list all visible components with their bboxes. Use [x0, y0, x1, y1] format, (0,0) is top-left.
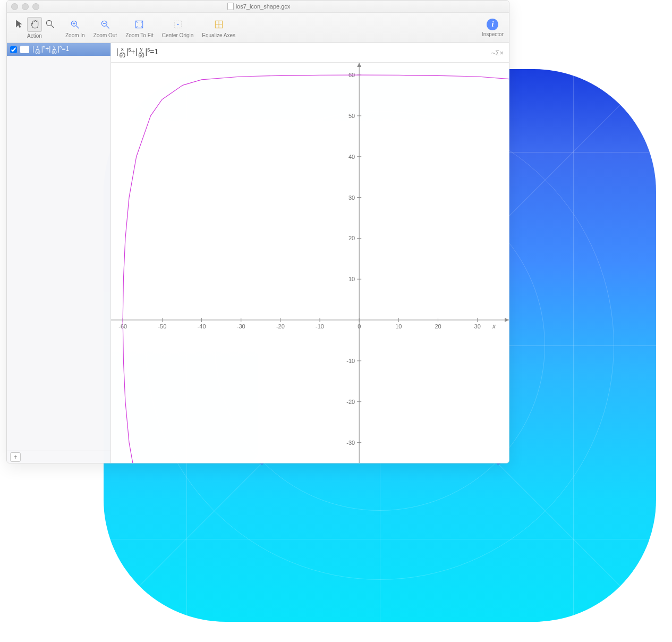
svg-text:-20: -20 [276, 323, 285, 330]
titlebar[interactable]: ios7_icon_shape.gcx [7, 1, 509, 13]
svg-line-10 [106, 26, 109, 28]
equalize-axes-button[interactable]: Equalize Axes [200, 18, 237, 38]
svg-text:-40: -40 [198, 323, 206, 330]
svg-text:x: x [492, 322, 496, 330]
svg-text:20: 20 [435, 323, 441, 330]
svg-text:0: 0 [358, 323, 361, 330]
svg-text:10: 10 [348, 276, 355, 282]
svg-line-4 [52, 25, 54, 28]
formula-text: |x60|5+|y60|5=1 [116, 47, 158, 58]
zoom-out-icon [98, 18, 112, 31]
zoom-in-icon [68, 18, 82, 31]
sigma-icon[interactable]: ~Σ× [491, 49, 504, 57]
action-label: Action [27, 33, 42, 39]
svg-point-14 [177, 23, 178, 25]
equation-formula: |x60|5+|y60|5=1 [32, 45, 69, 54]
center-origin-button[interactable]: Center Origin [160, 18, 195, 38]
hand-icon[interactable] [27, 17, 42, 32]
svg-text:30: 30 [348, 195, 355, 201]
equation-color-swatch[interactable] [20, 46, 29, 53]
svg-text:-10: -10 [316, 323, 324, 330]
formula-bar[interactable]: |x60|5+|y60|5=1 ~Σ× [111, 43, 509, 63]
equalize-axes-icon [212, 18, 226, 31]
add-equation-button[interactable]: + [10, 452, 21, 462]
svg-text:50: 50 [348, 113, 355, 119]
inspector-icon: i [487, 19, 498, 30]
svg-text:10: 10 [395, 323, 402, 330]
svg-text:40: 40 [348, 154, 355, 160]
svg-line-6 [76, 26, 79, 28]
equation-visible-checkbox[interactable] [10, 46, 17, 53]
window-title: ios7_icon_shape.gcx [43, 3, 474, 10]
document-icon [227, 3, 234, 10]
svg-text:-30: -30 [237, 323, 245, 330]
inspector-button[interactable]: i Inspector [480, 19, 506, 37]
app-window: ios7_icon_shape.gcx Action Zoom [6, 0, 509, 463]
svg-text:-50: -50 [158, 323, 166, 330]
zoom-out-button[interactable]: Zoom Out [91, 18, 119, 38]
center-origin-icon [171, 18, 185, 31]
minimize-icon[interactable] [22, 3, 29, 10]
svg-text:-20: -20 [346, 399, 355, 405]
zoom-to-fit-icon [132, 18, 146, 31]
svg-point-3 [46, 20, 52, 26]
action-group[interactable]: Action [10, 17, 59, 39]
sidebar: |x60|5+|y60|5=1 + [7, 43, 111, 463]
zoom-to-fit-button[interactable]: Zoom To Fit [123, 18, 156, 38]
plot-area[interactable]: -60-50-40-30-20-100102030-30-20-10102030… [111, 63, 509, 463]
close-icon[interactable] [11, 3, 18, 10]
magnify-icon[interactable] [43, 17, 57, 31]
equation-list-item[interactable]: |x60|5+|y60|5=1 [7, 43, 110, 56]
toolbar: Action Zoom In Zoom Out Zoom To Fit Cent [7, 13, 509, 43]
zoom-in-button[interactable]: Zoom In [63, 18, 87, 38]
plus-icon: + [13, 454, 17, 460]
svg-text:20: 20 [348, 235, 355, 241]
window-title-text: ios7_icon_shape.gcx [236, 3, 291, 10]
pointer-icon[interactable] [12, 17, 26, 31]
zoom-icon[interactable] [32, 3, 39, 10]
svg-text:-10: -10 [346, 358, 355, 364]
window-controls[interactable] [11, 3, 39, 10]
svg-text:30: 30 [474, 323, 481, 330]
svg-text:-30: -30 [346, 440, 355, 446]
